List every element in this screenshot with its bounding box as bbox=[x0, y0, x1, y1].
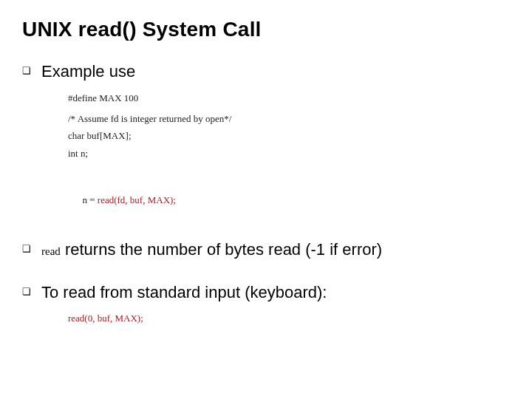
bullet-text-returns-rest: returns the number of bytes read (-1 if … bbox=[61, 240, 382, 259]
slide-title: UNIX read() System Call bbox=[22, 18, 510, 41]
code-line-comment: /* Assume fd is integer returned by open… bbox=[68, 112, 510, 126]
bullet-icon: ❏ bbox=[22, 283, 41, 301]
code-line-buf: char buf[MAX]; bbox=[68, 129, 510, 143]
code-line-readcall: n = read(fd, buf, MAX); bbox=[68, 180, 510, 219]
code-line-stdin-read: read(0, buf, MAX); bbox=[68, 313, 510, 324]
bullet-icon: ❏ bbox=[22, 240, 41, 258]
bullet-text-stdin: To read from standard input (keyboard): bbox=[41, 283, 327, 302]
code-block-example: #define MAX 100 /* Assume fd is integer … bbox=[68, 92, 510, 219]
code-read-call: read(fd, buf, MAX); bbox=[98, 194, 176, 205]
inline-code-read: read bbox=[41, 245, 61, 257]
bullet-row-example: ❏ Example use bbox=[22, 62, 510, 81]
code-line-define: #define MAX 100 bbox=[68, 92, 510, 105]
slide: UNIX read() System Call ❏ Example use #d… bbox=[0, 0, 532, 399]
bullet-text-example: Example use bbox=[41, 62, 135, 81]
bullet-text-returns: read returns the number of bytes read (-… bbox=[41, 240, 382, 261]
code-lhs: n = bbox=[83, 194, 98, 205]
bullet-icon: ❏ bbox=[22, 62, 41, 80]
bullet-row-stdin: ❏ To read from standard input (keyboard)… bbox=[22, 283, 510, 302]
code-line-intn: int n; bbox=[68, 147, 510, 160]
bullet-row-returns: ❏ read returns the number of bytes read … bbox=[22, 240, 510, 261]
